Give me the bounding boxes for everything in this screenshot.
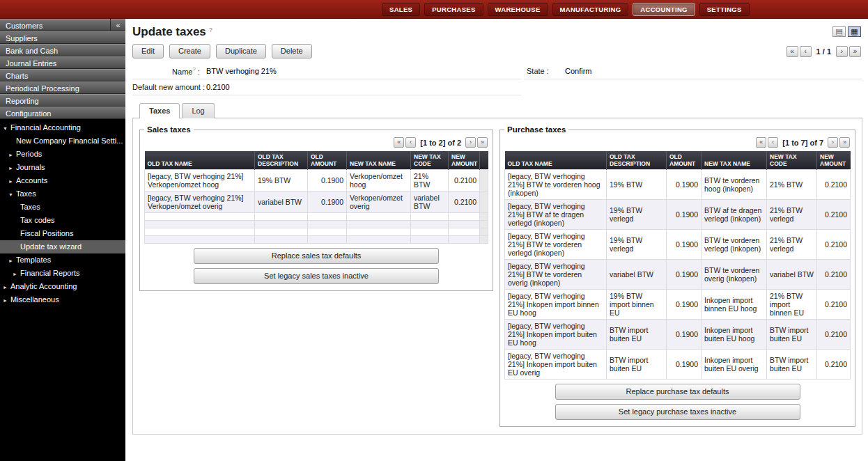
topnav-manufacturing[interactable]: MANUFACTURING [552,3,629,16]
sidebar-item-configuration[interactable]: Configuration [0,107,125,119]
tree-item-accounts[interactable]: ►Accounts [0,174,125,187]
topnav-accounting[interactable]: ACCOUNTING [633,3,695,16]
topbar: SALES PURCHASES WAREHOUSE MANUFACTURING … [0,0,868,19]
replace-purchase-tax-defaults-button[interactable]: Replace purchase tax defaults [555,384,800,400]
record-pager-last-icon[interactable]: » [849,46,861,57]
tree-item-fiscal-positions[interactable]: Fiscal Positions [0,227,125,240]
cell-new-amount: 0.2100 [817,350,851,380]
table-row[interactable]: [legacy, BTW verhoging 21%] Inkopen impo… [505,320,851,350]
top-menu: SALES PURCHASES WAREHOUSE MANUFACTURING … [382,3,750,16]
topnav-sales[interactable]: SALES [382,3,420,16]
tree-item-journals[interactable]: ►Journals [0,161,125,174]
table-scrollbar[interactable] [480,170,488,192]
table-row[interactable]: [legacy, BTW verhoging 21%] Verkopen/omz… [145,192,488,213]
cell-new-tax-name: Verkopen/omzet overig [347,192,411,213]
topnav-settings[interactable]: SETTINGS [699,3,750,16]
table-scrollbar[interactable] [480,192,488,213]
sidebar-item-periodical-processing[interactable]: Periodical Processing [0,81,125,94]
sales-pager-last-icon[interactable]: » [477,137,488,148]
tree-item-periods[interactable]: ►Periods [0,148,125,161]
tree-item-label: Tax codes [20,216,55,224]
collapse-sidebar-icon[interactable]: « [110,19,125,33]
column-header: NEW TAX NAME [347,151,411,170]
table-row[interactable]: [legacy, BTW verhoging 21%] BTW te vorde… [505,260,851,290]
cell-new-tax-code: 21% BTW verlegd [767,200,817,230]
purchase-pager-last-icon[interactable]: » [839,137,850,148]
tree-item-miscellaneous[interactable]: ►Miscellaneous [0,293,125,306]
purchase-pager-prev-icon[interactable]: ‹ [768,137,778,148]
topnav-warehouse[interactable]: WAREHOUSE [488,3,548,16]
cell-old-tax-description: 19% BTW verlegd [607,230,667,260]
record-pager-first-icon[interactable]: « [786,46,798,57]
purchase-pager-label: [1 to 7] of 7 [782,139,823,147]
sidebar-item-charts[interactable]: Charts [0,69,125,81]
cell-old-tax-name: [legacy, BTW verhoging 21%] BTW te vorde… [505,230,607,260]
purchase-pager-next-icon[interactable]: › [828,137,838,148]
tree-item-update-tax-wizard[interactable]: Update tax wizard [0,240,125,253]
tree-item-financial-reports[interactable]: ►Financial Reports [0,267,125,280]
cell-old-amount: 0.1900 [667,170,702,200]
delete-button[interactable]: Delete [272,44,312,58]
list-view-icon[interactable]: ▤ [832,26,846,37]
tree-item-templates[interactable]: ►Templates [0,253,125,267]
column-header: NEW TAX CODE [411,151,449,170]
sales-pager-first-icon[interactable]: « [394,137,404,148]
app-window: SALES PURCHASES WAREHOUSE MANUFACTURING … [0,0,868,461]
tab-log[interactable]: Log [182,103,214,118]
sidebar-item-journal-entries[interactable]: Journal Entries [0,56,125,69]
cell-new-amount: 0.2100 [449,192,480,213]
cell-new-tax-name: BTW te vorderen hoog (inkopen) [702,170,767,200]
tree-item-label: Fiscal Positions [20,229,73,237]
sales-pager-prev-icon[interactable]: ‹ [405,137,416,148]
sales-pager-next-icon[interactable]: › [465,137,476,148]
sidebar-item-label: Periodical Processing [6,84,79,93]
help-icon[interactable]: ? [209,26,212,33]
sidebar-item-suppliers[interactable]: Suppliers [0,31,125,44]
tree-item-financial-accounting[interactable]: ▼Financial Accounting [0,121,125,134]
record-pager-next-icon[interactable]: › [836,46,848,57]
cell-new-tax-code: BTW import buiten EU [767,320,817,350]
form-view-icon[interactable]: ▦ [848,26,861,37]
purchase-pager-first-icon[interactable]: « [756,137,766,148]
empty-row [145,236,488,244]
tree-item-label: Journals [16,163,45,171]
cell-new-tax-code: BTW import buiten EU [767,350,817,380]
set-legacy-purchase-taxes-inactive-button[interactable]: Set legacy purchase taxes inactive [555,404,800,420]
table-row[interactable]: [legacy, BTW verhoging 21%] BTW te vorde… [505,230,851,260]
tree-item-analytic-accounting[interactable]: ►Analytic Accounting [0,280,125,293]
sidebar-item-label: Suppliers [6,34,38,42]
tree-item-tax-codes[interactable]: Tax codes [0,214,125,227]
sidebar-item-label: Bank and Cash [6,47,58,55]
sidebar-item-bank-and-cash[interactable]: Bank and Cash [0,44,125,56]
record-pager-prev-icon[interactable]: ‹ [800,46,812,57]
state-field-value: Confirm [562,67,862,75]
sidebar-item-label: Customers [6,22,42,30]
table-row[interactable]: [legacy, BTW verhoging 21%] Verkopen/omz… [145,170,488,192]
topnav-purchases[interactable]: PURCHASES [424,3,483,16]
duplicate-button[interactable]: Duplicate [216,44,266,58]
sidebar-item-label: Configuration [6,109,51,118]
edit-button[interactable]: Edit [132,44,164,58]
cell-old-tax-name: [legacy, BTW verhoging 21%] Inkopen impo… [505,350,607,380]
tree-item-new-company-financial-settings[interactable]: New Company Financial Setti... [0,134,125,148]
set-legacy-sales-taxes-inactive-button[interactable]: Set legacy sales taxes inactive [194,268,439,284]
tree-item-taxes[interactable]: Taxes [0,201,125,214]
sidebar-item-customers[interactable]: Customers « [0,19,125,31]
tree-item-label: New Company Financial Setti... [16,136,123,145]
table-row[interactable]: [legacy, BTW verhoging 21%] Inkopen impo… [505,290,851,320]
table-row[interactable]: [legacy, BTW verhoging 21%] BTW te vorde… [505,170,851,200]
collapsed-arrow-icon: ► [8,148,16,161]
tab-taxes[interactable]: Taxes [139,103,180,118]
cell-new-amount: 0.2100 [817,290,851,320]
default-new-amount-value: 0.2100 [203,83,521,91]
cell-old-amount: 0.1900 [667,350,702,380]
create-button[interactable]: Create [169,44,210,58]
tree-item-label: Analytic Accounting [10,282,77,290]
field-help-icon[interactable]: ? [192,66,195,72]
sidebar-item-label: Charts [6,72,28,80]
table-row[interactable]: [legacy, BTW verhoging 21%] BTW af te dr… [505,200,851,230]
sidebar-item-reporting[interactable]: Reporting [0,94,125,107]
tree-item-taxes-group[interactable]: ▼Taxes [0,187,125,201]
table-row[interactable]: [legacy, BTW verhoging 21%] Inkopen impo… [505,350,851,380]
replace-sales-tax-defaults-button[interactable]: Replace sales tax defaults [194,248,439,264]
